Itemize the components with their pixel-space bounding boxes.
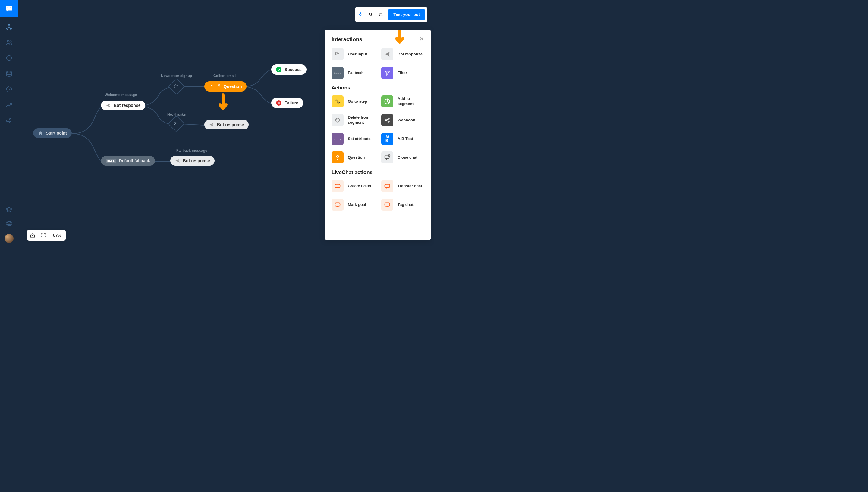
panel-item-fallback[interactable]: ELSE Fallback (331, 67, 375, 79)
integration-icon[interactable] (5, 117, 13, 124)
panel-item-user-input[interactable]: User input (331, 48, 375, 60)
decision-node-1[interactable] (168, 78, 185, 95)
default-fallback-label: Default fallback (119, 158, 150, 163)
panel-item-goto[interactable]: Go to step (331, 95, 375, 107)
panel-title: Interactions (331, 36, 362, 43)
question-node[interactable]: ? Question (204, 81, 247, 92)
panel-item-close-chat[interactable]: Close chat (381, 151, 424, 164)
webhook-icon (381, 114, 393, 126)
close-icon (419, 36, 424, 42)
panel-item-webhook[interactable]: Webhook (381, 114, 424, 126)
tag-chat-label: Tag chat (398, 202, 414, 207)
filter-icon (381, 67, 393, 79)
tag-chat-icon (381, 199, 393, 211)
transfer-chat-label: Transfer chat (398, 184, 422, 189)
delete-segment-label: Delete from segment (348, 115, 375, 125)
bot-response-label: Bot response (398, 52, 423, 57)
home-icon (38, 131, 43, 136)
bot-response-node-1[interactable]: Bot response (101, 101, 145, 110)
mark-goal-icon (331, 199, 344, 211)
users-icon[interactable] (5, 39, 13, 46)
database-icon[interactable] (5, 70, 13, 77)
zoom-fullscreen-button[interactable] (38, 230, 49, 241)
question-label: Question (224, 84, 242, 89)
user-input-icon (173, 83, 179, 90)
abtest-label: A/B Test (398, 137, 413, 142)
svg-point-13 (174, 84, 176, 86)
start-point-label: Start point (46, 131, 67, 136)
zoom-value: 87% (49, 233, 66, 238)
close-chat-icon (381, 151, 393, 164)
send-icon (175, 158, 180, 163)
user-avatar[interactable] (4, 234, 14, 243)
search-icon[interactable] (368, 11, 374, 18)
panel-item-add-segment[interactable]: Add to segment (381, 95, 424, 107)
panel-item-abtest[interactable]: A/B A/B Test (381, 133, 424, 145)
success-dot-icon (276, 67, 281, 72)
flow-canvas[interactable]: Start point Welcome message Bot response… (18, 0, 434, 246)
user-input-label: User input (348, 52, 367, 57)
bolt-icon[interactable] (357, 11, 364, 18)
create-ticket-icon (331, 180, 344, 192)
canvas-topbar: Test your bot (355, 7, 427, 22)
test-bot-button[interactable]: Test your bot (388, 9, 425, 20)
nav-items (5, 23, 13, 124)
fallback-message-label: Fallback message (176, 148, 207, 153)
svg-rect-27 (335, 203, 340, 206)
panel-item-transfer-chat[interactable]: Transfer chat (381, 180, 424, 192)
trending-icon[interactable] (5, 101, 13, 109)
svg-point-12 (8, 223, 10, 225)
app-logo[interactable] (0, 0, 18, 17)
add-segment-icon (381, 95, 393, 107)
svg-point-14 (174, 122, 176, 123)
svg-rect-0 (7, 7, 8, 8)
panel-item-create-ticket[interactable]: Create ticket (331, 180, 375, 192)
main-sidebar (0, 0, 18, 246)
failure-node[interactable]: Failure (271, 98, 303, 108)
filter-label: Filter (398, 71, 407, 76)
create-ticket-label: Create ticket (348, 184, 371, 189)
failure-label: Failure (284, 101, 298, 105)
annotation-arrow-2 (394, 29, 406, 49)
panel-item-set-attr[interactable]: {...} Set attribute (331, 133, 375, 145)
svg-rect-25 (335, 184, 340, 188)
fallback-label: Fallback (348, 71, 363, 76)
panel-close-button[interactable] (419, 36, 424, 43)
close-chat-label: Close chat (398, 155, 417, 160)
panel-item-question[interactable]: ? Question (331, 151, 375, 164)
else-badge: ELSE (106, 159, 116, 163)
panel-item-mark-goal[interactable]: Mark goal (331, 199, 375, 211)
user-input-icon (173, 121, 179, 127)
panel-item-filter[interactable]: Filter (381, 67, 424, 79)
goto-label: Go to step (348, 99, 367, 104)
brain-icon[interactable] (5, 54, 13, 62)
clock-icon[interactable] (5, 86, 13, 93)
welcome-message-label: Welcome message (104, 93, 137, 97)
zoom-home-button[interactable] (27, 230, 38, 241)
set-attr-icon: {...} (331, 133, 344, 145)
collect-email-label: Collect email (213, 74, 236, 78)
bot-response-node-2[interactable]: Bot response (204, 120, 249, 129)
interactions-panel: Interactions User input Bot response ELS… (325, 29, 431, 240)
send-icon (106, 103, 111, 108)
newsletter-label: Newsletter signup (161, 74, 192, 78)
svg-point-21 (388, 121, 389, 122)
flow-icon[interactable] (5, 23, 13, 30)
send-icon (209, 122, 214, 127)
settings-sliders-icon[interactable] (378, 11, 384, 18)
settings-icon[interactable] (5, 220, 13, 227)
goto-icon (331, 95, 344, 107)
decision-node-2[interactable] (168, 115, 185, 132)
panel-item-bot-response[interactable]: Bot response (381, 48, 424, 60)
panel-item-delete-segment[interactable]: Delete from segment (331, 114, 375, 126)
bot-response-node-3[interactable]: Bot response (170, 156, 215, 166)
default-fallback-node[interactable]: ELSE Default fallback (101, 156, 155, 166)
svg-point-16 (369, 13, 372, 15)
success-node[interactable]: Success (271, 65, 306, 75)
start-point-node[interactable]: Start point (33, 128, 72, 138)
question-icon (209, 84, 215, 89)
education-icon[interactable] (5, 206, 13, 214)
panel-item-tag-chat[interactable]: Tag chat (381, 199, 424, 211)
bot-response-2-label: Bot response (217, 122, 244, 127)
success-label: Success (284, 67, 302, 72)
